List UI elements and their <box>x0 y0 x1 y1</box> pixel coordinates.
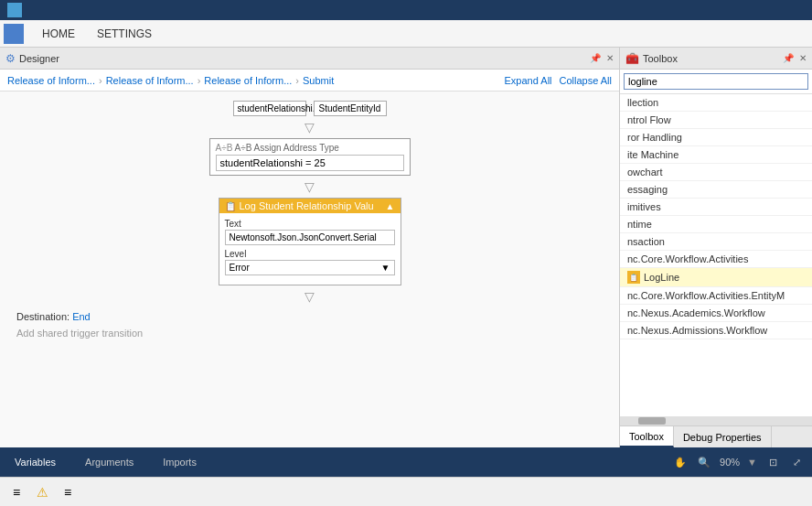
log-body: Text Newtonsoft.Json.JsonConvert.Serial … <box>219 213 401 285</box>
toolbox-tab-debug[interactable]: Debug Properties <box>674 426 772 447</box>
log-level-row: Level Error ▼ <box>225 249 395 275</box>
toolbox-item-state-machine[interactable]: ite Machine <box>620 146 812 164</box>
destination-label: Destination: <box>16 311 72 322</box>
main-layout: ⚙ Designer 📌 ✕ Release of Inform... › Re… <box>0 48 812 447</box>
assign-value: studentRelationshi = 25 <box>220 157 326 168</box>
log-level-label: Level <box>225 249 395 259</box>
toolbox-close[interactable]: ✕ <box>799 53 807 63</box>
add-trigger[interactable]: Add shared trigger transition <box>9 326 610 340</box>
toolbox-scrollbar-h[interactable] <box>620 416 812 425</box>
toolbox-header-actions: 📌 ✕ <box>783 53 807 63</box>
toolbox-item-control-flow[interactable]: ntrol Flow <box>620 112 812 129</box>
warning-icon[interactable]: ⚠ <box>33 483 51 501</box>
arrow-1: ▽ <box>9 120 610 135</box>
canvas-area[interactable]: studentRelationshi... StudentEntityId ▽ … <box>0 92 619 447</box>
breadcrumb-item-3[interactable]: Release of Inform... <box>204 75 292 86</box>
designer-close[interactable]: ✕ <box>606 53 614 63</box>
destination-text: Destination: End <box>9 307 610 326</box>
breadcrumb-sep-1: › <box>99 75 102 86</box>
breadcrumb-item-2[interactable]: Release of Inform... <box>106 75 194 86</box>
list-icon[interactable]: ≡ <box>59 483 77 501</box>
menu-settings[interactable]: SETTINGS <box>86 24 163 44</box>
hamburger-icon[interactable]: ≡ <box>7 483 26 501</box>
collapse-all-button[interactable]: Collapse All <box>560 75 612 86</box>
search-icon-bottom[interactable]: 🔍 <box>696 454 712 470</box>
toolbox-item-mc-nexus-admissions[interactable]: nc.Nexus.Admissions.Workflow <box>620 322 812 339</box>
breadcrumb-item-1[interactable]: Release of Inform... <box>7 75 95 86</box>
toolbox-label: Toolbox <box>643 53 678 64</box>
breadcrumb-item-4[interactable]: Submit <box>303 75 334 86</box>
toolbox-list: llection ntrol Flow ror Handling ite Mac… <box>620 94 812 416</box>
menu-bar: HOME SETTINGS <box>0 20 812 48</box>
logline-label: LogLine <box>644 272 679 283</box>
fit-icon[interactable]: ⊡ <box>764 454 781 470</box>
arrow-3: ▽ <box>9 289 610 304</box>
toolbox-pin[interactable]: 📌 <box>783 53 794 63</box>
designer-header-left: ⚙ Designer <box>5 52 59 65</box>
workflow-container: studentRelationshi... StudentEntityId ▽ … <box>9 101 610 447</box>
arrow-2: ▽ <box>9 179 610 194</box>
toolbox-item-transaction[interactable]: nsaction <box>620 233 812 251</box>
hand-icon[interactable]: ✋ <box>672 454 689 470</box>
assign-title: A÷B Assign Address Type <box>235 143 339 153</box>
app-menu-icon[interactable] <box>4 24 24 44</box>
toolbox-search-container <box>620 70 812 94</box>
toolbox-tab-toolbox[interactable]: Toolbox <box>620 426 674 447</box>
menu-home[interactable]: HOME <box>31 24 86 44</box>
bottom-toolbar: ≡ ⚠ ≡ <box>0 477 812 506</box>
log-icon: 📋 <box>225 201 236 211</box>
toolbox-item-mc-nexus-academics[interactable]: nc.Nexus.Academics.Workflow <box>620 305 812 322</box>
breadcrumb-actions: Expand All Collapse All <box>505 75 612 86</box>
toolbox-item-primitives[interactable]: imitives <box>620 199 812 216</box>
designer-icon: ⚙ <box>5 52 16 65</box>
zoom-control[interactable]: ▼ <box>747 457 757 468</box>
designer-label: Designer <box>19 53 59 64</box>
title-bar <box>0 0 812 20</box>
connector-1[interactable]: studentRelationshi... <box>233 101 306 116</box>
log-text-label: Text <box>225 219 395 229</box>
log-header: 📋 Log Student Relationship Valu ▲ <box>219 199 401 213</box>
log-level-value: Error <box>230 263 250 273</box>
toolbox-search-input[interactable] <box>624 73 808 90</box>
expand-icon-bottom[interactable]: ⤢ <box>788 454 805 470</box>
destination-link[interactable]: End <box>72 311 91 322</box>
log-collapse-icon[interactable]: ▲ <box>386 201 395 211</box>
tab-imports[interactable]: Imports <box>155 453 204 471</box>
app-icon <box>7 3 22 17</box>
designer-panel: ⚙ Designer 📌 ✕ Release of Inform... › Re… <box>0 48 620 447</box>
log-level-select[interactable]: Error ▼ <box>225 260 395 275</box>
toolbox-item-collection[interactable]: llection <box>620 94 812 112</box>
designer-panel-header: ⚙ Designer 📌 ✕ <box>0 48 619 70</box>
bottom-status: ✋ 🔍 90% ▼ ⊡ ⤢ <box>672 454 805 470</box>
log-box[interactable]: 📋 Log Student Relationship Valu ▲ Text N… <box>219 198 401 285</box>
breadcrumb-sep-2: › <box>198 75 201 86</box>
toolbox-item-runtime[interactable]: ntime <box>620 216 812 233</box>
assign-row: studentRelationshi = 25 <box>216 155 404 171</box>
toolbox-header: 🧰 Toolbox 📌 ✕ <box>620 48 812 70</box>
toolbox-item-mc-core-workflow[interactable]: nc.Core.Workflow.Activities <box>620 251 812 268</box>
log-text-value[interactable]: Newtonsoft.Json.JsonConvert.Serial <box>225 230 395 245</box>
connector-2[interactable]: StudentEntityId <box>314 101 387 116</box>
top-connectors-row: studentRelationshi... StudentEntityId <box>9 101 610 116</box>
designer-pin[interactable]: 📌 <box>590 53 601 63</box>
toolbox-scrollbar-thumb[interactable] <box>638 417 666 425</box>
toolbox-item-messaging[interactable]: essaging <box>620 181 812 199</box>
assign-box[interactable]: A÷B A÷B Assign Address Type studentRelat… <box>209 138 411 176</box>
log-dropdown-arrow: ▼ <box>381 263 390 273</box>
log-header-left: 📋 Log Student Relationship Valu <box>225 200 374 211</box>
breadcrumb-sep-3: › <box>295 75 299 86</box>
zoom-level: 90% <box>720 457 740 468</box>
toolbox-header-left: 🧰 Toolbox <box>625 52 678 65</box>
logline-icon: 📋 <box>627 271 640 284</box>
toolbox-item-error-handling[interactable]: ror Handling <box>620 129 812 146</box>
tab-variables[interactable]: Variables <box>7 453 63 471</box>
toolbox-icon: 🧰 <box>625 52 639 65</box>
assign-header: A÷B A÷B Assign Address Type <box>216 143 404 153</box>
toolbox-item-mc-core-entity[interactable]: nc.Core.Workflow.Activities.EntityM <box>620 287 812 305</box>
toolbox-bottom-tabs: Toolbox Debug Properties <box>620 425 812 447</box>
expand-all-button[interactable]: Expand All <box>505 75 552 86</box>
toolbox-item-logline[interactable]: 📋 LogLine <box>620 268 812 287</box>
log-text-row: Text Newtonsoft.Json.JsonConvert.Serial <box>225 219 395 245</box>
toolbox-item-flowchart[interactable]: owchart <box>620 164 812 181</box>
tab-arguments[interactable]: Arguments <box>78 453 141 471</box>
